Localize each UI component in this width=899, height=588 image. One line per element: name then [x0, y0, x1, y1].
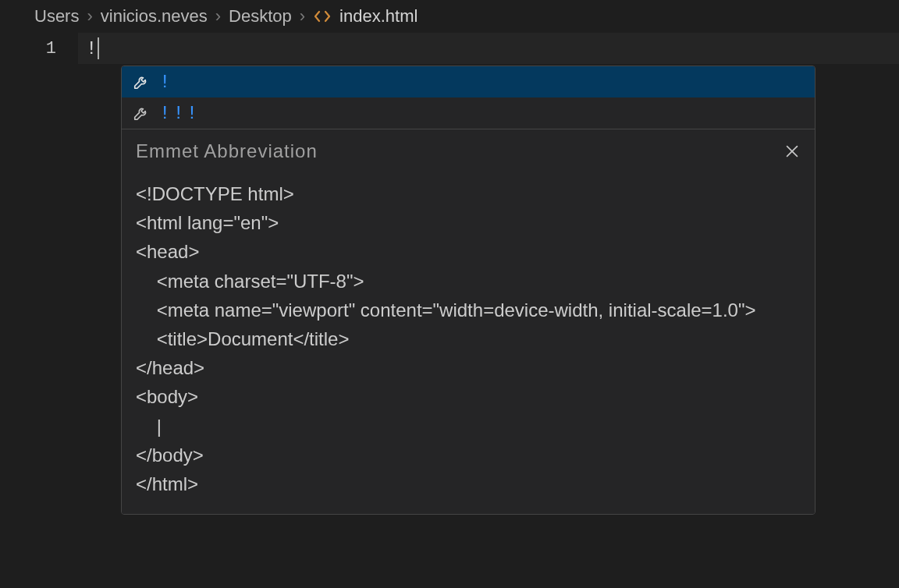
wrench-icon [133, 73, 150, 90]
code-editor[interactable]: 1 ! [0, 33, 899, 64]
suggestion-item[interactable]: !!! [122, 97, 815, 129]
close-icon[interactable] [784, 143, 801, 160]
suggestion-item[interactable]: ! [122, 66, 815, 97]
chevron-right-icon: › [87, 6, 92, 27]
wrench-icon [133, 104, 150, 122]
suggestion-label: !!! [159, 103, 200, 124]
suggestion-label: ! [159, 72, 170, 93]
typed-text: ! [78, 38, 97, 59]
html-file-icon [313, 7, 332, 26]
chevron-right-icon: › [300, 6, 305, 27]
breadcrumb-segment[interactable]: vinicios.neves [101, 6, 208, 27]
breadcrumb-segment[interactable]: Desktop [229, 6, 292, 27]
breadcrumb: Users › vinicios.neves › Desktop › index… [0, 0, 899, 33]
line-number: 1 [0, 39, 78, 58]
doc-body: <!DOCTYPE html> <html lang="en"> <head> … [136, 179, 801, 498]
chevron-right-icon: › [215, 6, 221, 27]
doc-title: Emmet Abbreviation [136, 140, 318, 162]
code-cell[interactable]: ! [78, 33, 899, 64]
breadcrumb-file[interactable]: index.html [339, 6, 418, 27]
editor-line[interactable]: 1 ! [0, 33, 899, 64]
suggestion-documentation: Emmet Abbreviation <!DOCTYPE html> <html… [122, 129, 815, 514]
breadcrumb-segment[interactable]: Users [34, 6, 79, 27]
text-cursor [98, 37, 99, 59]
intellisense-popup: ! !!! Emmet Abbreviation <!DOCTYPE html>… [121, 66, 815, 515]
